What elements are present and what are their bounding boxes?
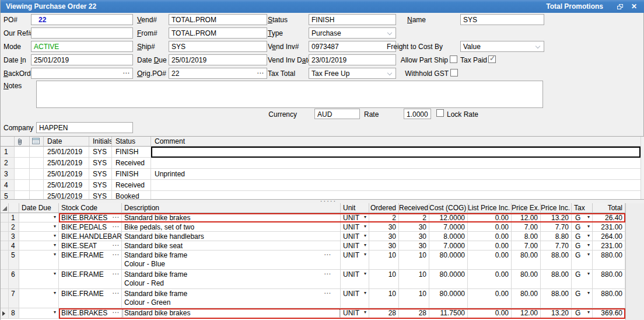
item-cost-cell[interactable]: 7.0000: [429, 241, 468, 251]
history-initials-cell[interactable]: SYS: [89, 158, 112, 169]
history-header-date[interactable]: Date: [44, 137, 89, 147]
history-date-cell[interactable]: 25/01/2019: [44, 169, 89, 180]
restore-window-button[interactable]: [615, 2, 625, 11]
item-total-cell[interactable]: 231.00: [593, 222, 625, 232]
item-row[interactable]: 1▾BIKE.BRAKES⋯Standard bike brakesUNIT▾2…: [1, 213, 625, 222]
item-price-inc-cell[interactable]: 13.20: [541, 308, 572, 319]
tax-total-combo[interactable]: Tax Free Up: [309, 68, 396, 79]
history-note-cell[interactable]: [30, 191, 44, 200]
history-attachment-cell[interactable]: [15, 147, 30, 158]
item-row-number[interactable]: 8: [9, 308, 19, 319]
history-header-attachment[interactable]: [15, 137, 30, 147]
item-price-inc-cell[interactable]: 7.70: [541, 241, 572, 251]
history-status-cell[interactable]: Received: [112, 180, 151, 191]
item-list-price-cell[interactable]: 0.00: [468, 222, 512, 232]
history-attachment-cell[interactable]: [15, 169, 30, 180]
item-total-cell[interactable]: 880.00: [593, 270, 625, 289]
history-row-number[interactable]: 1: [1, 147, 15, 158]
item-description-cell[interactable]: Standard bike frameColour - Green⋯: [122, 289, 341, 308]
history-initials-cell[interactable]: SYS: [89, 191, 112, 200]
item-cost-cell[interactable]: 7.0000: [429, 222, 468, 232]
close-button[interactable]: ✕: [629, 2, 639, 11]
item-total-cell[interactable]: 880.00: [593, 251, 625, 270]
item-tax-cell[interactable]: G▾: [572, 270, 593, 289]
items-header-cost[interactable]: Cost (COG): [429, 203, 468, 213]
description-ellipsis-button[interactable]: ⋯: [324, 251, 331, 259]
item-price-ex-cell[interactable]: 12.00: [512, 308, 541, 319]
item-row[interactable]: 2▾BIKE.PEDALS⋯Bike pedals, set of twoUNI…: [1, 222, 625, 232]
history-note-cell[interactable]: [30, 169, 44, 180]
item-tax-cell[interactable]: G▾: [572, 222, 593, 232]
item-total-cell[interactable]: 880.00: [593, 289, 625, 308]
dropdown-arrow-icon[interactable]: ▾: [364, 310, 366, 315]
item-stock-code-cell[interactable]: BIKE.BRAKES⋯: [59, 308, 122, 319]
item-ordered-cell[interactable]: 10: [369, 270, 399, 289]
item-received-cell[interactable]: 2: [399, 213, 429, 222]
history-initials-cell[interactable]: SYS: [89, 180, 112, 191]
dropdown-arrow-icon[interactable]: ▾: [54, 243, 56, 248]
items-header-list-price[interactable]: List Price Inc.: [468, 203, 512, 213]
item-unit-cell[interactable]: UNIT▾: [341, 213, 369, 222]
history-comment-cell[interactable]: [151, 147, 640, 158]
item-row-number[interactable]: 6: [9, 270, 19, 289]
items-header-ordered[interactable]: Ordered: [369, 203, 399, 213]
dropdown-arrow-icon[interactable]: ▾: [364, 215, 366, 220]
vend-inv-date-field[interactable]: 23/01/2019: [309, 54, 396, 65]
dropdown-arrow-icon[interactable]: ▾: [54, 215, 56, 220]
tax-paid-checkbox[interactable]: ✓: [488, 55, 496, 63]
item-row[interactable]: 7▾BIKE.FRAME⋯Standard bike frameColour -…: [1, 289, 625, 308]
items-header-date-due[interactable]: Date Due: [19, 203, 59, 213]
item-description-cell[interactable]: Standard bike seat: [122, 241, 341, 251]
history-header-initials[interactable]: Initials: [89, 137, 112, 147]
dropdown-arrow-icon[interactable]: ▾: [587, 252, 590, 257]
item-price-inc-cell[interactable]: 13.20: [541, 213, 572, 222]
notes-field[interactable]: [36, 81, 543, 108]
dropdown-arrow-icon[interactable]: ▾: [364, 272, 366, 276]
item-price-inc-cell[interactable]: 88.00: [541, 270, 572, 289]
item-description-cell[interactable]: Standard bike brakes: [122, 213, 341, 222]
item-description-cell[interactable]: Standard bike frameColour - Blue⋯: [122, 251, 341, 270]
item-description-cell[interactable]: Standard bike frameColour - Red⋯: [122, 270, 341, 289]
allow-part-ship-checkbox[interactable]: ✓: [450, 55, 457, 63]
history-attachment-cell[interactable]: [15, 158, 30, 169]
withhold-gst-checkbox[interactable]: ✓: [450, 69, 458, 76]
item-tax-cell[interactable]: G▾: [572, 289, 593, 308]
item-description-cell[interactable]: Bike pedals, set of two: [122, 222, 341, 232]
item-unit-cell[interactable]: UNIT▾: [341, 289, 369, 308]
item-cost-cell[interactable]: 8.0000: [429, 232, 468, 241]
item-received-cell[interactable]: 30: [399, 241, 429, 251]
backord-ellipsis-button[interactable]: ⋯: [123, 69, 130, 77]
item-list-price-cell[interactable]: 0.00: [468, 308, 512, 319]
ship-field[interactable]: SYS: [169, 41, 267, 52]
item-ordered-cell[interactable]: 10: [369, 289, 399, 308]
stock-code-ellipsis-button[interactable]: ⋯: [112, 251, 120, 259]
item-description-cell[interactable]: Standard bike brakes: [122, 308, 341, 319]
items-header-description[interactable]: Description: [122, 203, 341, 213]
dropdown-arrow-icon[interactable]: ▾: [364, 224, 366, 229]
item-row-number[interactable]: 1: [9, 213, 19, 222]
type-combo[interactable]: Purchase: [309, 27, 396, 39]
vend-field[interactable]: TOTAL.PROM: [169, 14, 267, 25]
item-price-ex-cell[interactable]: 80.00: [512, 270, 541, 289]
history-scroll-gutter[interactable]: [640, 137, 644, 199]
dropdown-arrow-icon[interactable]: ▾: [54, 224, 56, 229]
stock-code-ellipsis-button[interactable]: ⋯: [112, 232, 120, 240]
history-row-number[interactable]: 4: [1, 180, 15, 191]
our-ref-field[interactable]: [31, 27, 133, 39]
item-total-cell[interactable]: 264.00: [593, 232, 625, 241]
item-stock-code-cell[interactable]: BIKE.BRAKES⋯: [59, 213, 122, 222]
item-price-ex-cell[interactable]: 12.00: [512, 213, 541, 222]
history-comment-cell[interactable]: Unprinted: [151, 169, 640, 180]
item-total-cell[interactable]: 369.60: [593, 308, 625, 319]
history-date-cell[interactable]: 25/01/2019: [44, 180, 89, 191]
item-price-ex-cell[interactable]: 80.00: [512, 251, 541, 270]
dropdown-arrow-icon[interactable]: ▾: [54, 291, 56, 295]
history-date-cell[interactable]: 25/01/2019: [44, 158, 89, 169]
date-in-field[interactable]: 25/01/2019: [31, 54, 133, 65]
item-unit-cell[interactable]: UNIT▾: [341, 270, 369, 289]
item-stock-code-cell[interactable]: BIKE.SEAT⋯: [59, 241, 122, 251]
freight-combo[interactable]: Value: [460, 41, 544, 52]
item-total-cell[interactable]: 26.40: [593, 213, 625, 222]
item-row-number[interactable]: 5: [9, 251, 19, 270]
item-row-number[interactable]: 4: [9, 241, 19, 251]
